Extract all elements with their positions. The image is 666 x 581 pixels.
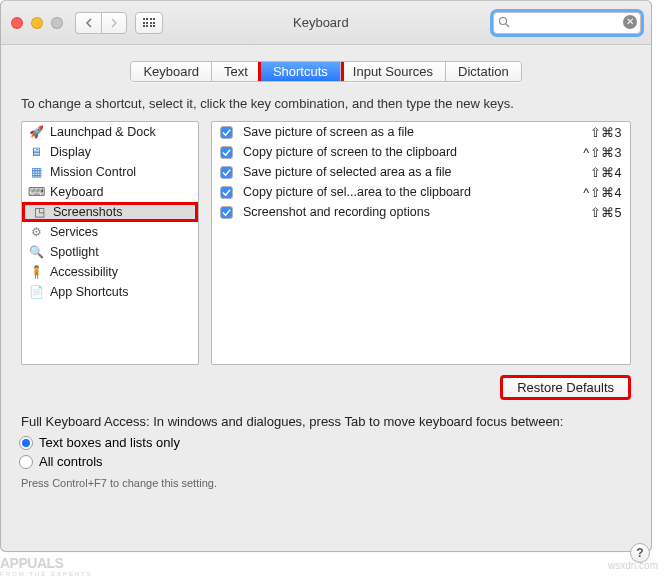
- window-controls: [11, 17, 63, 29]
- category-label: Keyboard: [50, 185, 104, 199]
- category-keyboard[interactable]: ⌨Keyboard: [22, 182, 198, 202]
- radio-icon: [19, 455, 33, 469]
- spotlight-icon: 🔍: [28, 245, 44, 259]
- panes: 🚀Launchpad & Dock🖥Display▦Mission Contro…: [1, 121, 651, 365]
- search-field-wrap: ✕: [493, 12, 641, 34]
- nav-buttons: [75, 12, 127, 34]
- category-screenshots[interactable]: ◳Screenshots: [22, 202, 198, 222]
- full-keyboard-access-options: Text boxes and lists onlyAll controls: [1, 429, 651, 471]
- full-keyboard-access-label: Full Keyboard Access: In windows and dia…: [1, 400, 651, 429]
- restore-wrap: Restore Defaults: [1, 365, 651, 400]
- tab-text[interactable]: Text: [212, 62, 261, 81]
- tab-bar: KeyboardTextShortcutsInput SourcesDictat…: [1, 45, 651, 92]
- category-label: Spotlight: [50, 245, 99, 259]
- fka-option-1[interactable]: All controls: [19, 452, 651, 471]
- preferences-window: Keyboard ✕ KeyboardTextShortcutsInput So…: [0, 0, 652, 552]
- fka-hint: Press Control+F7 to change this setting.: [1, 471, 651, 489]
- shortcut-keys[interactable]: ⇧⌘3: [590, 125, 622, 140]
- shortcut-row[interactable]: Save picture of screen as a file⇧⌘3: [212, 122, 630, 142]
- close-window-button[interactable]: [11, 17, 23, 29]
- category-label: Display: [50, 145, 91, 159]
- tab-input-sources[interactable]: Input Sources: [341, 62, 446, 81]
- shortcut-checkbox[interactable]: [220, 186, 233, 199]
- shortcut-keys[interactable]: ⇧⌘4: [590, 165, 622, 180]
- brand-watermark: APPUALS FROM THE EXPERTS: [0, 555, 93, 577]
- clear-search-button[interactable]: ✕: [623, 15, 637, 29]
- fka-option-label: Text boxes and lists only: [39, 435, 180, 450]
- category-display[interactable]: 🖥Display: [22, 142, 198, 162]
- credit-watermark: wsxdn.com: [608, 560, 658, 571]
- show-all-button[interactable]: [135, 12, 163, 34]
- shortcut-keys[interactable]: ⇧⌘5: [590, 205, 622, 220]
- shortcut-label: Save picture of screen as a file: [243, 125, 580, 139]
- window-title: Keyboard: [293, 15, 353, 30]
- shortcut-checkbox[interactable]: [220, 126, 233, 139]
- shortcut-row[interactable]: Save picture of selected area as a file⇧…: [212, 162, 630, 182]
- shortcut-row[interactable]: Copy picture of sel...area to the clipbo…: [212, 182, 630, 202]
- forward-button[interactable]: [101, 12, 127, 34]
- services-icon: ⚙: [28, 225, 44, 239]
- category-label: Launchpad & Dock: [50, 125, 156, 139]
- category-label: Accessibility: [50, 265, 118, 279]
- category-label: Services: [50, 225, 98, 239]
- category-app-shortcuts[interactable]: 📄App Shortcuts: [22, 282, 198, 302]
- category-label: Screenshots: [53, 205, 122, 219]
- shortcut-keys[interactable]: ^⇧⌘4: [583, 185, 622, 200]
- category-mission-control[interactable]: ▦Mission Control: [22, 162, 198, 182]
- search-icon: [498, 16, 510, 31]
- category-label: App Shortcuts: [50, 285, 129, 299]
- shortcut-checkbox[interactable]: [220, 206, 233, 219]
- category-services[interactable]: ⚙Services: [22, 222, 198, 242]
- instruction-text: To change a shortcut, select it, click t…: [1, 92, 651, 121]
- mission-control-icon: ▦: [28, 165, 44, 179]
- shortcut-checkbox[interactable]: [220, 166, 233, 179]
- screenshots-icon: ◳: [31, 205, 47, 219]
- shortcut-label: Screenshot and recording options: [243, 205, 580, 219]
- tab-keyboard[interactable]: Keyboard: [131, 62, 212, 81]
- shortcut-checkbox[interactable]: [220, 146, 233, 159]
- keyboard-icon: ⌨: [28, 185, 44, 199]
- launchpad-icon: 🚀: [28, 125, 44, 139]
- restore-defaults-button[interactable]: Restore Defaults: [500, 375, 631, 400]
- radio-icon: [19, 436, 33, 450]
- category-list[interactable]: 🚀Launchpad & Dock🖥Display▦Mission Contro…: [21, 121, 199, 365]
- category-label: Mission Control: [50, 165, 136, 179]
- category-spotlight[interactable]: 🔍Spotlight: [22, 242, 198, 262]
- category-launchpad-dock[interactable]: 🚀Launchpad & Dock: [22, 122, 198, 142]
- shortcut-keys[interactable]: ^⇧⌘3: [583, 145, 622, 160]
- accessibility-icon: 🧍: [28, 265, 44, 279]
- svg-line-1: [506, 24, 509, 27]
- titlebar: Keyboard ✕: [1, 1, 651, 45]
- shortcut-label: Copy picture of screen to the clipboard: [243, 145, 573, 159]
- shortcut-label: Save picture of selected area as a file: [243, 165, 580, 179]
- shortcut-label: Copy picture of sel...area to the clipbo…: [243, 185, 573, 199]
- shortcut-row[interactable]: Screenshot and recording options⇧⌘5: [212, 202, 630, 222]
- tab-dictation[interactable]: Dictation: [446, 62, 521, 81]
- minimize-window-button[interactable]: [31, 17, 43, 29]
- svg-point-0: [500, 17, 507, 24]
- shortcut-list[interactable]: Save picture of screen as a file⇧⌘3Copy …: [211, 121, 631, 365]
- fka-option-label: All controls: [39, 454, 103, 469]
- back-button[interactable]: [75, 12, 101, 34]
- category-accessibility[interactable]: 🧍Accessibility: [22, 262, 198, 282]
- shortcut-row[interactable]: Copy picture of screen to the clipboard^…: [212, 142, 630, 162]
- search-input[interactable]: [493, 12, 641, 34]
- app-shortcuts-icon: 📄: [28, 285, 44, 299]
- tab-shortcuts[interactable]: Shortcuts: [261, 62, 341, 81]
- zoom-window-button[interactable]: [51, 17, 63, 29]
- display-icon: 🖥: [28, 145, 44, 159]
- fka-option-0[interactable]: Text boxes and lists only: [19, 433, 651, 452]
